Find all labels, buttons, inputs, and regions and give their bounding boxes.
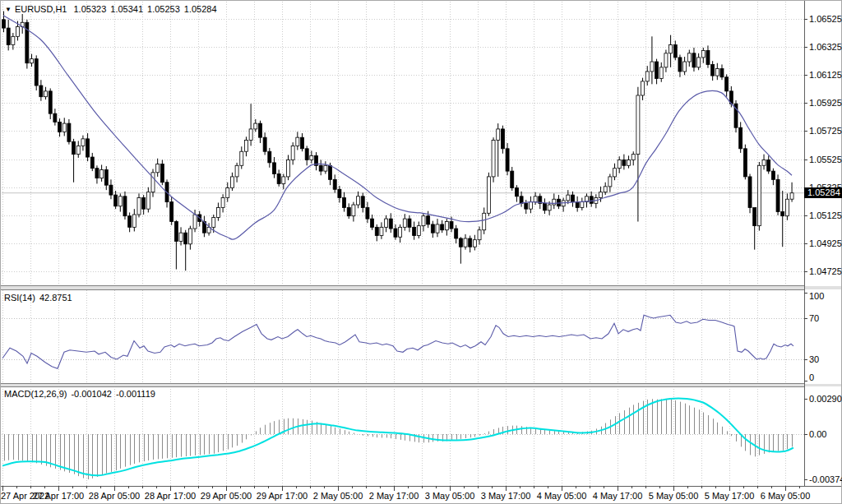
macd-indicator-label: MACD(12,26,9)-0.001042-0.001119 (4, 389, 160, 400)
symbol-dropdown-icon[interactable]: ▼ (5, 6, 12, 13)
candle (366, 207, 369, 219)
candle (464, 238, 467, 247)
candle (622, 160, 626, 165)
candle (86, 139, 90, 157)
candle (62, 123, 66, 132)
candle (687, 53, 691, 62)
candle (104, 169, 108, 185)
candle (109, 185, 113, 195)
rsi-level-label: 70 (809, 313, 819, 324)
candle (2, 20, 6, 28)
candle (361, 197, 364, 208)
candle (132, 215, 136, 227)
candle (604, 187, 607, 192)
candle (394, 229, 397, 237)
candle (184, 233, 187, 244)
candle (697, 58, 701, 67)
candle (790, 193, 793, 200)
candle (277, 174, 280, 184)
candle (608, 177, 612, 187)
candle (641, 81, 645, 95)
candle (678, 58, 682, 72)
candle (776, 179, 780, 211)
rsi-name: RSI(14) (4, 293, 35, 303)
rsi-level-label: 100 (809, 291, 824, 302)
price-axis-label: 1.04725 (809, 266, 842, 277)
macd-signal-value: -0.001119 (116, 389, 155, 399)
candle (156, 164, 160, 173)
macd-axis-label: 0.002909 (809, 394, 842, 405)
candle (142, 198, 146, 210)
candle (44, 91, 48, 97)
candle (553, 199, 556, 205)
candle (146, 192, 150, 209)
candle (72, 141, 76, 154)
candle (459, 238, 462, 247)
price-axis-label: 1.05125 (809, 210, 842, 221)
rsi-value: 42.8751 (39, 293, 72, 303)
price-axis-label: 1.06325 (809, 42, 842, 53)
candle (543, 203, 546, 210)
candle (240, 151, 243, 165)
candle (413, 227, 416, 235)
candle (757, 165, 761, 225)
candle (659, 67, 663, 79)
candle (118, 197, 122, 206)
price-axis-label: 1.04925 (809, 238, 842, 249)
candle (188, 229, 192, 244)
candle (683, 62, 687, 72)
candle (511, 171, 514, 187)
candle (692, 53, 696, 67)
candle (590, 197, 593, 204)
rsi-indicator-label: RSI(14)42.8751 (4, 293, 76, 303)
macd-axis-label: 0.00 (809, 429, 826, 440)
candle (385, 219, 388, 227)
candle (53, 113, 57, 122)
candle (160, 164, 164, 183)
candle (403, 219, 406, 227)
candle (67, 123, 71, 141)
candle (291, 146, 294, 160)
panel-splitter[interactable] (0, 286, 842, 289)
candle (636, 95, 640, 155)
candle (506, 149, 509, 171)
candle (216, 207, 220, 217)
candle (534, 197, 537, 202)
candle (487, 177, 490, 213)
candle (170, 202, 173, 222)
candle (212, 217, 215, 227)
candle (599, 192, 603, 198)
candle (12, 36, 15, 44)
macd-name: MACD(12,26,9) (4, 389, 67, 399)
candle (571, 195, 574, 202)
candle (123, 197, 127, 216)
chart-window: ▼EURUSD,H11.053231.053411.052531.05284 R… (0, 0, 842, 504)
panel-splitter[interactable] (0, 384, 842, 386)
candle (711, 64, 715, 76)
candle (743, 149, 747, 177)
rsi-level-label: 0 (809, 372, 814, 383)
candle (725, 77, 729, 91)
candle (221, 198, 224, 208)
candle (272, 163, 275, 174)
candle (30, 59, 34, 63)
candle (357, 197, 360, 205)
candle (58, 122, 62, 132)
candle (781, 212, 784, 216)
candle (650, 62, 654, 72)
current-price-tag: 1.05284 (804, 187, 842, 198)
candle (235, 165, 238, 177)
candle (286, 160, 289, 176)
candle (520, 197, 523, 204)
candle (35, 59, 38, 86)
candle (581, 202, 584, 208)
candle (627, 160, 631, 165)
candle (469, 238, 472, 247)
candle (39, 86, 43, 97)
candle (329, 165, 332, 179)
candle (497, 129, 500, 141)
candle (441, 224, 444, 230)
candle (100, 169, 104, 178)
chart-canvas[interactable] (0, 0, 842, 504)
candle (137, 198, 141, 215)
